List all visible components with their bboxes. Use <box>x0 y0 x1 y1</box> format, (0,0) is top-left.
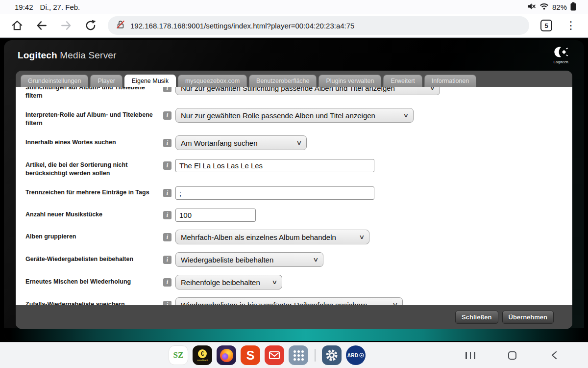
close-button[interactable]: Schließen <box>455 311 498 324</box>
tablet-screen: 19:42 Di., 27. Feb. 82% <box>0 0 588 368</box>
wortsuche-select[interactable]: Am Wortanfang suchen ∨ <box>175 135 307 150</box>
info-icon[interactable]: i <box>163 233 172 241</box>
select-value: Am Wortanfang suchen <box>181 139 257 147</box>
select-value: Mehrfach-Alben als einzelnes Album behan… <box>181 233 336 241</box>
android-home-button[interactable] <box>508 351 516 360</box>
setting-row-wiedergabelisten-beibehalten: Geräte-Wiedergabelisten beibehalten i Wi… <box>25 252 572 267</box>
artikel-ignorieren-input[interactable] <box>175 159 374 172</box>
info-icon[interactable]: i <box>163 189 172 197</box>
apply-button[interactable]: Übernehmen <box>502 311 554 324</box>
comdirect-coin-icon: € <box>198 349 207 358</box>
app-settings[interactable] <box>322 345 342 365</box>
select-value: Wiedergabeliste beibehalten <box>181 256 273 264</box>
chevron-down-icon: ∨ <box>392 301 398 305</box>
app-mail[interactable] <box>265 345 284 365</box>
trennzeichen-input[interactable] <box>175 186 374 200</box>
battery-icon <box>570 2 576 12</box>
status-time: 19:42 <box>15 3 33 11</box>
page-title: Logitech Media Server <box>18 50 117 61</box>
reload-button[interactable] <box>80 16 101 35</box>
browser-toolbar: 192.168.178.168:9001/settings/index.html… <box>0 14 588 38</box>
app-sparkasse[interactable]: S <box>241 345 260 365</box>
tab-erweitert[interactable]: Erweitert <box>383 75 422 87</box>
info-icon[interactable]: i <box>163 211 172 219</box>
wiedergabelisten-beibehalten-select[interactable]: Wiedergabeliste beibehalten ∨ <box>175 252 323 267</box>
chevron-down-icon: ∨ <box>296 139 302 146</box>
setting-row-zufalls-wiedergabeliste: Zufalls-Wiedergabeliste speichern i Wied… <box>25 297 572 305</box>
dock-divider <box>315 349 316 362</box>
select-value: Reihenfolge beibehalten <box>181 278 260 287</box>
app-firefox[interactable] <box>217 345 236 365</box>
tab-plugins-verwalten[interactable]: Plugins verwalten <box>318 75 381 87</box>
info-icon[interactable]: i <box>163 256 172 264</box>
app-dock: SZ € comdirect S <box>169 345 366 365</box>
interpreten-rolle-select[interactable]: Nur zur gewählten Rolle passende Alben u… <box>175 108 414 123</box>
comdirect-label: comdirect <box>197 359 208 362</box>
product-name: Media Server <box>57 50 117 60</box>
insecure-lock-icon[interactable] <box>116 19 125 32</box>
tab-grundeinstellungen[interactable]: Grundeinstellungen <box>21 75 88 87</box>
tab-mysqueezebox[interactable]: mysqueezebox.com <box>178 75 247 87</box>
tab-player[interactable]: Player <box>90 75 122 87</box>
settings-form: Stilrichtungen auf Album- und Titelebene… <box>16 87 572 305</box>
sound-muted-icon <box>527 2 536 12</box>
chevron-down-icon: ∨ <box>429 87 435 91</box>
url-text[interactable]: 192.168.178.168:9001/settings/index.html… <box>130 22 354 30</box>
app-sz[interactable]: SZ <box>169 345 188 365</box>
status-date: Di., 27. Feb. <box>40 3 80 11</box>
setting-label: Interpreten-Rolle auf Album- und Titeleb… <box>25 108 163 128</box>
info-icon[interactable]: i <box>163 111 172 120</box>
setting-row-alben-gruppieren: Alben gruppieren i Mehrfach-Alben als ei… <box>25 230 572 244</box>
app-drawer-button[interactable] <box>289 345 308 365</box>
setting-label: Alben gruppieren <box>25 230 163 241</box>
info-icon[interactable]: i <box>163 87 172 92</box>
setting-row-trennzeichen: Trennzeichen für mehrere Einträge in Tag… <box>25 185 572 200</box>
setting-row-artikel-sortierung: Artikel, die bei der Sortierung nicht be… <box>25 158 572 178</box>
gear-icon <box>325 348 339 362</box>
web-content: Logitech Media Server Logitech. Grundein… <box>0 38 588 342</box>
lms-header: Logitech Media Server Logitech. <box>4 40 584 71</box>
settings-footer: Schließen Übernehmen <box>16 305 572 329</box>
battery-percent-text: 82% <box>552 3 567 11</box>
info-icon[interactable]: i <box>163 161 172 170</box>
teal-glow-strip <box>4 328 584 341</box>
recents-button[interactable] <box>466 352 475 359</box>
chevron-down-icon: ∨ <box>271 279 277 286</box>
setting-row-interpreten-rolle: Interpreten-Rolle auf Album- und Titeleb… <box>25 108 572 128</box>
home-button[interactable] <box>7 16 27 35</box>
status-bar: 19:42 Di., 27. Feb. 82% <box>0 0 588 14</box>
ard-ring-icon <box>359 353 364 358</box>
setting-label: Zufalls-Wiedergabeliste speichern <box>25 297 163 305</box>
anzahl-musikstuecke-input[interactable] <box>175 209 256 222</box>
stilrichtung-filter-select[interactable]: Nur zur gewählten Stilrichtung passende … <box>175 87 440 95</box>
browser-menu-button[interactable]: ⋮ <box>561 16 581 35</box>
tab-benutzeroberflaeche[interactable]: Benutzeroberfläche <box>249 75 317 87</box>
zufalls-wiedergabeliste-select[interactable]: Wiedergabelisten in hinzugefügter Reihen… <box>175 297 403 305</box>
alben-gruppieren-select[interactable]: Mehrfach-Alben als einzelnes Album behan… <box>175 230 369 244</box>
back-button[interactable] <box>31 16 52 35</box>
url-bar[interactable]: 192.168.178.168:9001/settings/index.html… <box>108 16 529 35</box>
info-icon[interactable]: i <box>163 139 172 147</box>
wifi-icon <box>539 2 549 11</box>
setting-row-erneutes-mischen: Erneutes Mischen bei Wiederholung i Reih… <box>25 275 572 289</box>
tab-eigene-musik[interactable]: Eigene Musik <box>124 75 176 87</box>
android-back-button[interactable] <box>550 350 559 360</box>
setting-label: Trennzeichen für mehrere Einträge in Tag… <box>25 185 163 197</box>
setting-row-stilrichtungen-filtern: Stilrichtungen auf Album- und Titelebene… <box>25 87 572 100</box>
app-comdirect[interactable]: € comdirect <box>193 345 212 365</box>
setting-label: Artikel, die bei der Sortierung nicht be… <box>25 158 163 178</box>
setting-label: Geräte-Wiedergabelisten beibehalten <box>25 252 163 263</box>
select-value: Nur zur gewählten Stilrichtung passende … <box>181 87 395 92</box>
info-icon[interactable]: i <box>163 301 172 305</box>
tab-informationen[interactable]: Informationen <box>424 75 476 87</box>
chevron-down-icon: ∨ <box>403 112 409 119</box>
app-ard[interactable]: ARD <box>346 345 366 365</box>
forward-button[interactable] <box>56 16 76 35</box>
ard-logo-text: ARD <box>347 353 359 358</box>
info-icon[interactable]: i <box>163 278 172 287</box>
erneutes-mischen-select[interactable]: Reihenfolge beibehalten ∨ <box>175 275 282 289</box>
sz-logo-icon: SZ <box>173 350 184 360</box>
settings-content: Stilrichtungen auf Album- und Titelebene… <box>16 87 572 305</box>
settings-tab-bar: Grundeinstellungen Player Eigene Musik m… <box>16 71 572 87</box>
tab-switcher-button[interactable]: 5 <box>536 16 557 35</box>
